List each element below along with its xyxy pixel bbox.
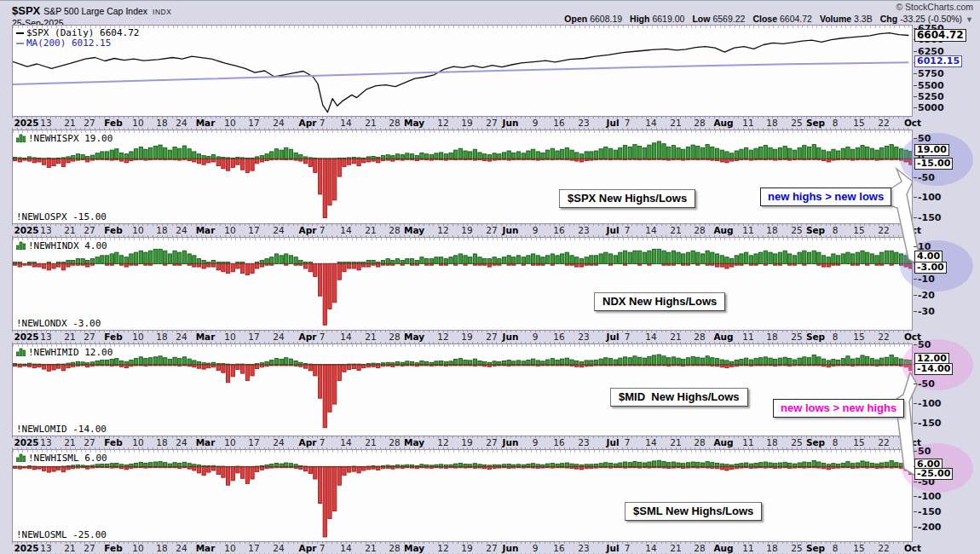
bar-new-highs: [454, 360, 458, 366]
bar-new-highs: [415, 261, 418, 264]
bar-new-lows: [32, 159, 36, 163]
x-tick-label: 27: [84, 332, 95, 342]
x-tick-label: 21: [670, 225, 681, 235]
bar-new-lows: [527, 365, 530, 366]
legend-newlosml: !NEWLOSML -25.00: [16, 529, 107, 540]
bar-new-highs: [594, 256, 597, 264]
bar-new-highs: [682, 254, 685, 263]
bar-new-lows: [32, 467, 36, 470]
bar-new-lows: [561, 159, 564, 159]
bar-new-lows: [469, 159, 472, 159]
bar-new-highs: [493, 361, 496, 365]
bar-new-highs: [507, 256, 510, 264]
bar-new-lows: [391, 467, 395, 470]
bar-new-highs: [149, 251, 153, 263]
bar-new-lows: [86, 467, 89, 470]
bar-new-highs: [410, 465, 413, 467]
bar-new-highs: [130, 152, 133, 159]
bar-new-highs: [880, 463, 884, 467]
bar-new-lows: [245, 365, 249, 380]
bar-new-lows: [735, 159, 738, 160]
x-tick-label: Apr: [299, 437, 317, 447]
bar-new-lows: [294, 467, 297, 469]
bar-new-highs: [256, 157, 259, 159]
bar-new-lows: [536, 263, 539, 265]
bar-new-highs: [561, 464, 564, 467]
x-tick-label: Oct: [904, 225, 921, 235]
bar-new-lows: [381, 467, 384, 469]
x-tick-label: 21: [365, 543, 376, 553]
x-tick-label: 10: [132, 332, 143, 342]
bar-new-lows: [420, 365, 424, 366]
bar-new-lows: [159, 467, 162, 468]
bar-new-highs: [516, 256, 520, 264]
bar-new-lows: [711, 467, 714, 469]
bar-new-highs: [803, 462, 806, 467]
bar-new-highs: [153, 147, 157, 159]
y-tick-label: -150: [914, 506, 942, 517]
bar-new-lows: [594, 159, 597, 159]
bar-new-lows: [207, 159, 210, 163]
bar-new-highs: [410, 259, 413, 264]
chevron-down-icon[interactable]: ▼: [966, 15, 973, 24]
quote-value-high: 6619.00: [652, 14, 684, 24]
bar-new-highs: [469, 465, 472, 467]
bar-new-lows: [638, 159, 642, 159]
bar-new-highs: [696, 147, 700, 159]
bar-new-highs: [846, 462, 850, 467]
bar-new-highs: [798, 147, 801, 159]
x-tick-label: Aug: [713, 543, 733, 553]
bar-new-lows: [76, 159, 79, 160]
bar-new-highs: [168, 254, 171, 263]
bar-new-lows: [308, 467, 312, 474]
bar-new-lows: [730, 159, 734, 161]
bar-new-lows: [686, 467, 689, 468]
bar-new-highs: [532, 254, 535, 263]
bar-new-lows: [153, 467, 157, 468]
bar-new-highs: [395, 465, 399, 467]
bar-new-lows: [265, 263, 268, 265]
bar-new-highs: [178, 359, 182, 365]
bar-new-lows: [323, 263, 326, 325]
x-tick-label: 13: [40, 332, 51, 342]
bar-new-highs: [686, 463, 689, 467]
bar-new-highs: [139, 357, 142, 365]
bar-new-lows: [662, 159, 666, 159]
bar-new-lows: [740, 365, 743, 366]
bar-new-highs: [769, 463, 772, 467]
bar-new-highs: [449, 153, 453, 159]
bar-new-highs: [178, 148, 182, 159]
bar-new-lows: [251, 467, 254, 479]
bar-new-highs: [885, 462, 888, 466]
x-tick-label: 18: [156, 332, 167, 342]
bar-new-lows: [788, 365, 792, 366]
x-tick-label: 12: [437, 543, 448, 553]
bar-new-lows: [711, 159, 714, 160]
bar-new-highs: [487, 259, 491, 264]
bar-new-highs: [735, 151, 738, 159]
bar-new-lows: [532, 159, 535, 159]
bar-new-highs: [274, 463, 278, 466]
bar-new-lows: [343, 263, 346, 272]
bar-new-highs: [536, 152, 539, 159]
bar-new-lows: [43, 467, 46, 471]
bar-new-highs: [803, 251, 806, 263]
bar-new-highs: [846, 356, 850, 365]
bar-new-highs: [202, 156, 205, 159]
bar-new-lows: [579, 365, 583, 367]
bar-new-highs: [391, 261, 395, 264]
bar-new-lows: [565, 159, 568, 159]
bar-new-lows: [551, 365, 554, 366]
bar-new-highs: [875, 464, 879, 467]
x-tick-label: 7: [320, 543, 326, 553]
x-tick-label: 18: [766, 225, 777, 235]
bar-new-lows: [260, 159, 263, 162]
bar-new-highs: [110, 360, 113, 366]
bar-new-lows: [730, 467, 734, 470]
x-tick-label: Oct: [904, 118, 921, 128]
bar-new-highs: [294, 153, 297, 159]
bar-new-highs: [875, 360, 879, 365]
bar-new-highs: [594, 151, 597, 159]
bar-new-lows: [366, 365, 370, 367]
bar-new-highs: [86, 261, 89, 264]
